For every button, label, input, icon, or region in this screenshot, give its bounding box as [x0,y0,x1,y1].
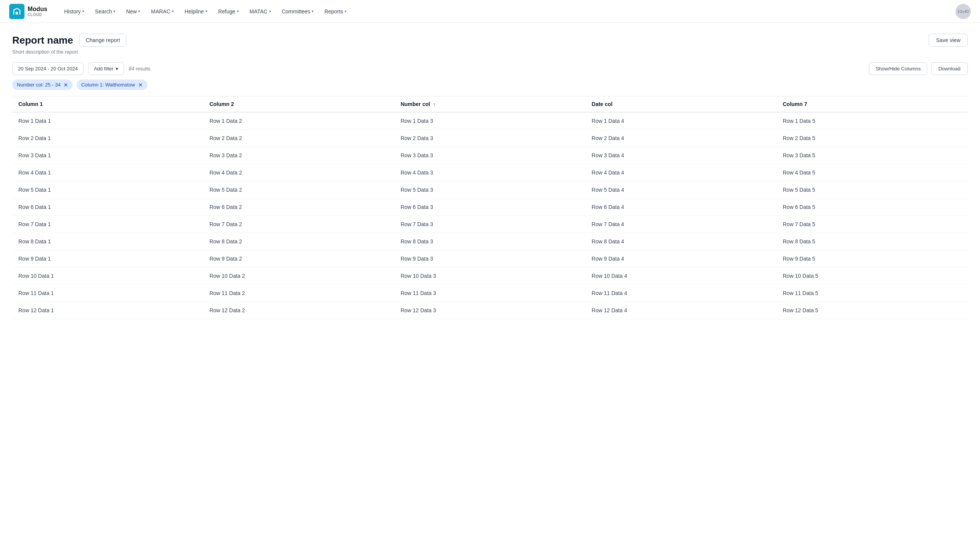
nav-items: History ▾ Search ▾ New ▾ MARAC ▾ Helplin… [60,5,956,18]
row-data-2-col5: Row 2 Data 5 [777,130,968,147]
row-data-12-col4: Row 12 Data 4 [586,302,777,319]
row-data-5-col2: Row 5 Data 2 [203,181,394,199]
row-data-4-col2: Row 4 Data 2 [203,164,394,181]
row-data-2-col3: Row 2 Data 3 [394,130,585,147]
chevron-down-icon: ▾ [113,9,115,13]
row-data-1-col3: Row 1 Data 3 [394,112,585,130]
row-data-4-col3: Row 4 Data 3 [394,164,585,181]
chevron-down-icon: ▾ [116,66,118,72]
nav-item-history[interactable]: History ▾ [60,5,89,18]
data-table: Column 1 Column 2 Number col ↑ Date col … [12,96,968,319]
row-data-9-col2: Row 9 Data 2 [203,250,394,267]
results-count: 84 results [129,66,864,72]
filter-tag-label: Column 1: Walthomstow [81,82,135,88]
row-data-5-col5: Row 5 Data 5 [777,181,968,199]
row-data-3-col3: Row 3 Data 3 [394,147,585,164]
row-data-9-col1: Row 9 Data 1 [12,250,203,267]
table-row: Row 12 Data 1Row 12 Data 2Row 12 Data 3R… [12,302,968,319]
row-data-1-col4: Row 1 Data 4 [586,112,777,130]
logo-icon [9,4,24,19]
row-data-4-col1: Row 4 Data 1 [12,164,203,181]
sort-asc-icon: ↑ [433,102,435,107]
row-data-2-col4: Row 2 Data 4 [586,130,777,147]
row-data-5-col3: Row 5 Data 3 [394,181,585,199]
row-data-3-col4: Row 3 Data 4 [586,147,777,164]
row-data-1-col5: Row 1 Data 5 [777,112,968,130]
change-report-button[interactable]: Change report [79,34,127,47]
nav-item-marac[interactable]: MARAC ▾ [146,5,178,18]
nav-label-search: Search [95,8,112,15]
date-range-button[interactable]: 20 Sep 2024 - 20 Oct 2024 [12,62,83,75]
nav-item-reports[interactable]: Reports ▾ [320,5,351,18]
row-data-11-col4: Row 11 Data 4 [586,285,777,302]
row-data-4-col5: Row 4 Data 5 [777,164,968,181]
nav-item-helpline[interactable]: Helpline ▾ [180,5,212,18]
nav-item-matac[interactable]: MATAC ▾ [245,5,276,18]
column-header-number-col[interactable]: Number col ↑ [394,96,585,112]
nav-label-marac: MARAC [151,8,170,15]
row-data-3-col2: Row 3 Data 2 [203,147,394,164]
nav-label-refuge: Refuge [218,8,235,15]
nav-item-new[interactable]: New ▾ [121,5,145,18]
row-data-6-col2: Row 6 Data 2 [203,199,394,216]
filter-tags: Number col: 25 - 34 ✕ Column 1: Walthoms… [12,80,968,90]
table-row: Row 2 Data 1Row 2 Data 2Row 2 Data 3Row … [12,130,968,147]
row-data-11-col2: Row 11 Data 2 [203,285,394,302]
table-body: Row 1 Data 1Row 1 Data 2Row 1 Data 3Row … [12,112,968,319]
table-row: Row 9 Data 1Row 9 Data 2Row 9 Data 3Row … [12,250,968,267]
nav-item-search[interactable]: Search ▾ [90,5,120,18]
logo[interactable]: Modus CLOUD [9,4,47,19]
nav-label-new: New [126,8,137,15]
table-row: Row 11 Data 1Row 11 Data 2Row 11 Data 3R… [12,285,968,302]
nav-item-refuge[interactable]: Refuge ▾ [214,5,243,18]
column-header-col1: Column 1 [12,96,203,112]
add-filter-button[interactable]: Add filter ▾ [88,62,124,75]
row-data-3-col1: Row 3 Data 1 [12,147,203,164]
chevron-down-icon: ▾ [269,9,271,13]
row-data-2-col2: Row 2 Data 2 [203,130,394,147]
chevron-down-icon: ▾ [172,9,174,13]
logo-text: Modus CLOUD [28,6,47,17]
row-data-7-col2: Row 7 Data 2 [203,216,394,233]
filter-tag-label: Number col: 25 - 34 [17,82,60,88]
main-content: Report name Change report Save view Shor… [0,23,980,330]
download-button[interactable]: Download [931,62,968,75]
row-data-2-col1: Row 2 Data 1 [12,130,203,147]
filter-row: 20 Sep 2024 - 20 Oct 2024 Add filter ▾ 8… [12,62,968,75]
nav-label-helpline: Helpline [185,8,204,15]
filter-tag-column1: Column 1: Walthomstow ✕ [77,80,147,90]
row-data-7-col3: Row 7 Data 3 [394,216,585,233]
row-data-7-col4: Row 7 Data 4 [586,216,777,233]
row-data-1-col2: Row 1 Data 2 [203,112,394,130]
table-row: Row 8 Data 1Row 8 Data 2Row 8 Data 3Row … [12,233,968,250]
nav-label-matac: MATAC [250,8,268,15]
column-header-col2: Column 2 [203,96,394,112]
remove-filter-icon[interactable]: ✕ [138,82,143,88]
table-row: Row 4 Data 1Row 4 Data 2Row 4 Data 3Row … [12,164,968,181]
report-description: Short description of the report [12,49,968,55]
row-data-6-col3: Row 6 Data 3 [394,199,585,216]
nav-item-committees[interactable]: Committees ▾ [277,5,318,18]
nav-label-committees: Committees [282,8,310,15]
row-data-10-col3: Row 10 Data 3 [394,267,585,285]
column-header-col7: Column 7 [777,96,968,112]
row-data-10-col5: Row 10 Data 5 [777,267,968,285]
save-view-button[interactable]: Save view [929,34,968,47]
row-data-7-col1: Row 7 Data 1 [12,216,203,233]
navbar: Modus CLOUD History ▾ Search ▾ New ▾ MAR… [0,0,980,23]
row-data-10-col2: Row 10 Data 2 [203,267,394,285]
brand-name: Modus [28,6,47,13]
row-data-11-col5: Row 11 Data 5 [777,285,968,302]
row-data-8-col3: Row 8 Data 3 [394,233,585,250]
row-data-5-col4: Row 5 Data 4 [586,181,777,199]
remove-filter-icon[interactable]: ✕ [64,82,68,88]
row-data-8-col5: Row 8 Data 5 [777,233,968,250]
row-data-9-col5: Row 9 Data 5 [777,250,968,267]
row-data-9-col4: Row 9 Data 4 [586,250,777,267]
avatar[interactable]: 10x40 [956,4,971,19]
nav-label-history: History [64,8,81,15]
row-data-8-col1: Row 8 Data 1 [12,233,203,250]
row-data-12-col5: Row 12 Data 5 [777,302,968,319]
row-data-10-col1: Row 10 Data 1 [12,267,203,285]
show-hide-columns-button[interactable]: Show/Hide Columns [869,62,927,75]
